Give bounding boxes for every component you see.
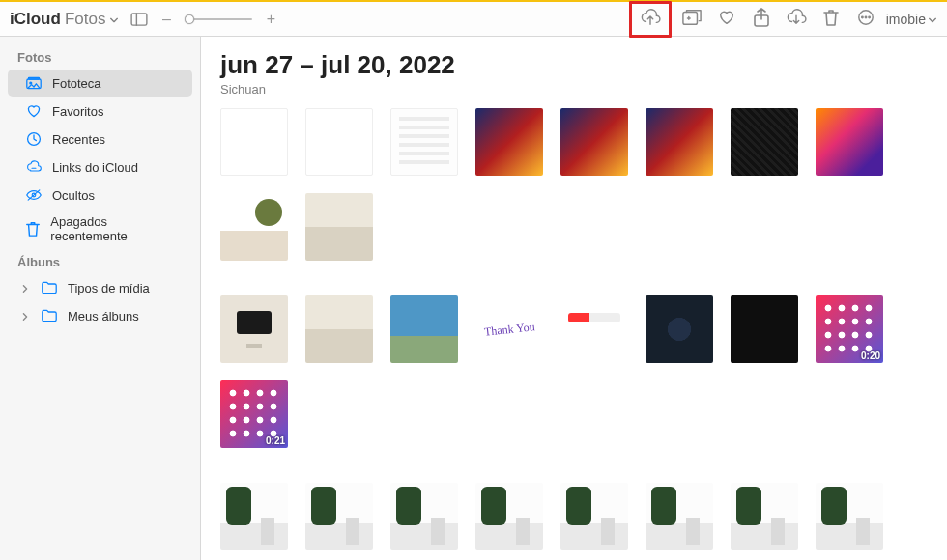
upload-highlight <box>629 1 672 38</box>
photo-thumbnail[interactable] <box>475 483 543 550</box>
sidebar-item-label: Favoritos <box>52 104 103 119</box>
sidebar-item-label: Tipos de mídia <box>68 281 150 295</box>
svg-rect-8 <box>28 77 39 79</box>
photo-thumbnail[interactable] <box>305 295 373 363</box>
chevron-down-icon <box>928 15 937 25</box>
photo-thumbnail[interactable] <box>220 483 288 550</box>
photo-thumbnail[interactable] <box>305 483 373 550</box>
location-subtitle: Sichuan <box>220 82 928 97</box>
chevron-right-icon <box>21 309 31 323</box>
photo-thumbnail[interactable] <box>646 295 713 363</box>
photo-thumbnail[interactable] <box>560 295 628 363</box>
photo-thumbnail[interactable] <box>816 108 883 176</box>
photo-grid: 0:200:210:050:050:01 <box>220 108 935 560</box>
photo-thumbnail[interactable]: 0:21 <box>220 380 288 448</box>
photo-thumbnail[interactable] <box>816 483 883 550</box>
account-menu[interactable]: imobie <box>886 12 937 27</box>
sidebar-item-favoritos[interactable]: Favoritos <box>8 98 192 125</box>
video-duration-badge: 0:21 <box>266 435 285 446</box>
sidebar-item-apagados-recentemente[interactable]: Apagados recentemente <box>8 210 192 248</box>
photo-thumbnail[interactable] <box>475 108 543 176</box>
upload-button[interactable] <box>636 6 665 33</box>
sidebar-item-label: Ocultos <box>52 188 95 203</box>
heart-icon <box>718 9 735 30</box>
chevron-down-icon <box>109 15 119 25</box>
photo-thumbnail[interactable] <box>390 108 458 176</box>
folder-icon <box>41 307 58 324</box>
svg-rect-0 <box>132 13 148 24</box>
photo-thumbnail[interactable] <box>220 193 288 261</box>
photo-thumbnail[interactable] <box>390 483 458 550</box>
sidebar-item-links-do-icloud[interactable]: Links do iCloud <box>8 154 192 181</box>
zoom-slider[interactable] <box>185 18 252 20</box>
sidebar-item-label: Apagados recentemente <box>50 214 175 243</box>
photo-thumbnail[interactable] <box>560 483 628 550</box>
photo-thumbnail[interactable] <box>220 295 288 363</box>
download-cloud-icon <box>786 9 807 30</box>
share-button[interactable] <box>747 6 776 33</box>
add-to-album-icon <box>682 9 702 30</box>
svg-point-6 <box>869 16 870 17</box>
sidebar-item-tipos-de-mídia[interactable]: Tipos de mídia <box>8 274 192 301</box>
zoom-out-button[interactable]: – <box>159 11 173 28</box>
sidebar-item-label: Links do iCloud <box>52 160 138 175</box>
toolbar: iCloud Fotos – + <box>0 0 947 37</box>
clock-icon <box>25 130 43 148</box>
sidebar-item-fototeca[interactable]: Fototeca <box>8 70 192 97</box>
photo-thumbnail[interactable] <box>390 295 458 363</box>
photo-thumbnail[interactable] <box>731 483 798 550</box>
eye-off-icon <box>25 186 43 204</box>
main-content: jun 27 – jul 20, 2022 Sichuan 0:200:210:… <box>201 37 947 560</box>
account-name: imobie <box>886 12 926 27</box>
photo-thumbnail[interactable] <box>731 108 798 176</box>
delete-button[interactable] <box>817 6 846 33</box>
folder-icon <box>41 279 58 296</box>
sidebar: FotosFototecaFavoritosRecentesLinks do i… <box>0 37 201 560</box>
photo-thumbnail[interactable] <box>305 193 373 261</box>
svg-point-5 <box>865 16 866 17</box>
toggle-sidebar-button[interactable] <box>125 6 154 33</box>
sidebar-item-label: Meus álbuns <box>68 309 139 323</box>
sidebar-item-ocultos[interactable]: Ocultos <box>8 182 192 209</box>
zoom-in-button[interactable]: + <box>264 11 277 28</box>
chevron-right-icon <box>21 281 31 295</box>
trash-icon <box>25 220 41 238</box>
favorite-button[interactable] <box>712 6 741 33</box>
date-range-title: jun 27 – jul 20, 2022 <box>220 50 928 80</box>
content-header: jun 27 – jul 20, 2022 Sichuan <box>201 37 947 102</box>
more-icon <box>857 9 875 30</box>
share-icon <box>754 8 769 31</box>
photo-thumbnail[interactable] <box>646 483 713 550</box>
photo-thumbnail[interactable] <box>560 108 628 176</box>
brand-light: Fotos <box>65 10 106 29</box>
svg-point-9 <box>30 82 32 84</box>
brand-dropdown[interactable]: iCloud Fotos <box>10 10 119 29</box>
photo-thumbnail[interactable]: 0:20 <box>816 295 883 363</box>
brand-bold: iCloud <box>10 10 61 29</box>
svg-point-4 <box>861 16 862 17</box>
sidebar-item-recentes[interactable]: Recentes <box>8 126 192 153</box>
trash-icon <box>823 9 839 30</box>
add-to-album-button[interactable] <box>677 6 706 33</box>
photo-scroll-area[interactable]: 0:200:210:050:050:01 <box>201 102 947 560</box>
photo-thumbnail[interactable] <box>475 295 543 363</box>
photo-thumbnail[interactable] <box>731 295 798 363</box>
zoom-slider-knob[interactable] <box>185 14 194 24</box>
sidebar-item-label: Recentes <box>52 132 105 147</box>
sidebar-section-header: Álbuns <box>0 249 200 273</box>
photo-thumbnail[interactable] <box>646 108 713 176</box>
heart-icon <box>25 102 43 120</box>
video-duration-badge: 0:20 <box>861 350 880 361</box>
photo-thumbnail[interactable] <box>220 108 288 176</box>
upload-cloud-icon <box>640 9 661 30</box>
more-button[interactable] <box>851 6 880 33</box>
sidebar-item-label: Fototeca <box>52 76 101 91</box>
download-button[interactable] <box>782 6 811 33</box>
library-icon <box>25 74 43 92</box>
photo-thumbnail[interactable] <box>305 108 373 176</box>
sidebar-item-meus-álbuns[interactable]: Meus álbuns <box>8 302 192 329</box>
sidebar-section-header: Fotos <box>0 44 200 69</box>
link-cloud-icon <box>25 158 43 176</box>
